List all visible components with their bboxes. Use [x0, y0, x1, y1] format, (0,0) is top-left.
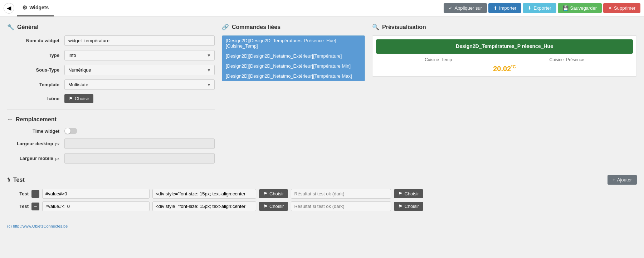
- test-row-1-result-choose-button[interactable]: ⚑ Choisir: [394, 202, 423, 211]
- test-row-0-condition-input[interactable]: [42, 189, 150, 199]
- test-row-1-label: Test: [7, 204, 29, 209]
- top-actions: ✓ Appliquer sur ⬆ Importer ⬇ Exporter 💾 …: [444, 3, 640, 13]
- largeur-mobile-label: Largeur mobile px: [7, 156, 64, 161]
- test-row-1-content-input[interactable]: [152, 201, 256, 211]
- test-row-0-result-choose-button[interactable]: ⚑ Choisir: [394, 189, 423, 198]
- largeur-mobile-input[interactable]: [64, 153, 215, 164]
- test-row-1-condition-input[interactable]: [42, 201, 150, 211]
- template-row: Template Multistate ▼: [7, 79, 215, 90]
- sous-type-row: Sous-Type Numérique ▼: [7, 65, 215, 75]
- largeur-mobile-row: Largeur mobile px: [7, 153, 215, 164]
- type-row: Type Info ▼: [7, 50, 215, 60]
- test-row-0-label: Test: [7, 191, 29, 196]
- largeur-desktop-px: px: [55, 142, 59, 146]
- test-row-0-content-input[interactable]: [152, 189, 256, 199]
- general-section-icon: 🔧: [7, 24, 14, 30]
- template-select[interactable]: Multistate: [64, 79, 215, 90]
- import-icon: ⬆: [493, 5, 497, 11]
- test-row-0-remove-button[interactable]: −: [31, 190, 39, 198]
- widgets-tab[interactable]: ⚙ Widgets: [17, 0, 54, 16]
- general-title-text: Général: [17, 24, 39, 30]
- preview-label-2: Cuisine_Présence: [549, 57, 584, 62]
- right-column: 🔍 Prévisualisation Design2D_Températures…: [372, 24, 637, 168]
- remplacement-section-title: ↔ Remplacement: [7, 116, 215, 123]
- save-button[interactable]: 💾 Sauvegarder: [558, 3, 602, 13]
- widgets-tab-label: Widgets: [29, 5, 49, 10]
- widgets-tab-icon: ⚙: [22, 4, 27, 11]
- import-button[interactable]: ⬆ Importer: [488, 3, 521, 13]
- test-row-1-choose-icon: ⚑: [263, 204, 268, 209]
- cmd-item-2[interactable]: [Design2D][Design2D_Netatmo_Extérieur][T…: [222, 61, 365, 71]
- export-icon: ⬇: [528, 5, 532, 11]
- add-test-button[interactable]: + Ajouter: [608, 175, 637, 185]
- type-select-wrap: Info ▼: [64, 50, 215, 60]
- test-section: ⚕ Test + Ajouter Test − ⚑ Choisir ⚑ Choi…: [0, 175, 644, 221]
- test-row-1-result-label: Choisir: [404, 204, 419, 209]
- time-widget-label: Time widget: [7, 128, 64, 134]
- top-navbar: ◀ ⚙ Widgets ✓ Appliquer sur ⬆ Importer ⬇…: [0, 0, 644, 16]
- test-row-1-result-input[interactable]: [291, 201, 391, 211]
- delete-button[interactable]: ✕ Supprimer: [603, 3, 640, 13]
- test-row-0-choose-icon: ⚑: [263, 191, 268, 196]
- test-row-0-content-choose-button[interactable]: ⚑ Choisir: [259, 189, 288, 198]
- test-row-0-choose-label: Choisir: [269, 191, 284, 196]
- back-icon: ◀: [7, 5, 11, 11]
- time-widget-row: Time widget: [7, 128, 215, 134]
- toggle-knob: [65, 128, 70, 134]
- cmd-item-1[interactable]: [Design2D][Design2D_Netatmo_Extérieur][T…: [222, 51, 365, 61]
- sous-type-select[interactable]: Numérique: [64, 65, 215, 75]
- test-row-0: Test − ⚑ Choisir ⚑ Choisir: [7, 189, 637, 199]
- test-title-text: Test: [13, 177, 25, 183]
- remplacement-title-text: Remplacement: [16, 116, 57, 123]
- time-widget-toggle[interactable]: [64, 128, 77, 134]
- preview-widget-title: Design2D_Températures_P résence_Hue: [376, 39, 633, 54]
- preview-labels: Cuisine_Temp Cuisine_Présence: [376, 57, 633, 62]
- sous-type-label: Sous-Type: [7, 67, 64, 73]
- largeur-desktop-row: Largeur desktop px: [7, 138, 215, 149]
- export-label: Exporter: [533, 5, 551, 11]
- test-row-1-content-choose-button[interactable]: ⚑ Choisir: [259, 202, 288, 211]
- largeur-desktop-input[interactable]: [64, 138, 215, 149]
- preview-number: 20.02: [493, 64, 511, 72]
- largeur-desktop-label: Largeur desktop px: [7, 141, 64, 146]
- footer-link[interactable]: (c) http://www.ObjetsConnectes.be: [7, 224, 68, 228]
- largeur-mobile-px: px: [55, 156, 59, 161]
- test-row-1: Test − ⚑ Choisir ⚑ Choisir: [7, 201, 637, 211]
- preview-value: 20.02°C: [376, 64, 633, 73]
- export-button[interactable]: ⬇ Exporter: [523, 3, 556, 13]
- divider-1: [7, 109, 215, 110]
- test-row-1-remove-button[interactable]: −: [31, 203, 39, 210]
- commandes-section-title: 🔗 Commandes liées: [222, 24, 365, 30]
- import-label: Importer: [499, 5, 516, 11]
- apply-icon: ✓: [449, 5, 453, 11]
- time-widget-toggle-wrap[interactable]: [64, 128, 77, 134]
- delete-label: Supprimer: [614, 5, 635, 11]
- test-header: ⚕ Test + Ajouter: [7, 175, 637, 185]
- test-row-0-result-label: Choisir: [404, 191, 419, 196]
- preview-title-text: Prévisualisation: [382, 24, 426, 30]
- commandes-title-text: Commandes liées: [232, 24, 280, 30]
- save-label: Sauvegarder: [570, 5, 597, 11]
- add-test-label: Ajouter: [617, 177, 632, 182]
- commands-list: [Design2D][Design2D_Températures_Présenc…: [222, 35, 365, 81]
- add-test-icon: +: [613, 177, 615, 182]
- cmd-item-0[interactable]: [Design2D][Design2D_Températures_Présenc…: [222, 36, 365, 51]
- delete-icon: ✕: [608, 5, 612, 11]
- cmd-item-3[interactable]: [Design2D][Design2D_Netatmo_Extérieur][T…: [222, 71, 365, 81]
- preview-label-1: Cuisine_Temp: [425, 57, 452, 62]
- apply-button[interactable]: ✓ Appliquer sur: [444, 3, 487, 13]
- icone-choose-button[interactable]: ⚑ Choisir: [64, 94, 93, 103]
- template-select-wrap: Multistate ▼: [64, 79, 215, 90]
- back-button[interactable]: ◀: [4, 3, 14, 14]
- test-section-icon: ⚕: [7, 176, 10, 183]
- test-section-title: ⚕ Test: [7, 176, 25, 183]
- middle-column: 🔗 Commandes liées [Design2D][Design2D_Te…: [222, 24, 365, 168]
- test-row-0-result-input[interactable]: [291, 189, 391, 199]
- widget-name-input[interactable]: [64, 35, 215, 46]
- preview-unit: °C: [511, 64, 516, 69]
- left-column: 🔧 Général Nom du widget Type Info ▼ Sous…: [7, 24, 215, 168]
- main-content: 🔧 Général Nom du widget Type Info ▼ Sous…: [0, 16, 644, 175]
- icone-row: Icône ⚑ Choisir: [7, 94, 215, 103]
- type-select[interactable]: Info: [64, 50, 215, 60]
- save-icon: 💾: [563, 5, 569, 11]
